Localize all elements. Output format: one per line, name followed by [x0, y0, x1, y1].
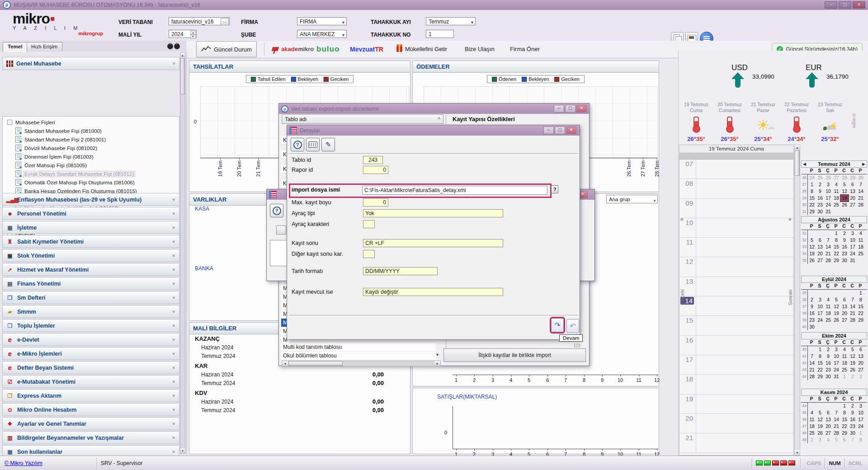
calendar-day[interactable]: 1 [808, 181, 816, 188]
browse-database-button[interactable]: ... [221, 18, 229, 25]
calendar-day[interactable] [849, 290, 857, 296]
calendar-day[interactable]: 7 [824, 237, 832, 244]
tree-item[interactable]: Standart Muhasebe Fişi 2 (081001) [3, 135, 179, 144]
calendar-day[interactable]: 9 [840, 237, 849, 244]
calendar-day[interactable]: 29 [857, 317, 865, 324]
calendar-day[interactable]: 30 [824, 373, 832, 380]
sidebar-item-son-kullan-lanlar[interactable]: ▦Son kullanılanlar» [2, 445, 179, 456]
table-list-item[interactable]: Multi kod tanıtım tablosu [281, 343, 436, 352]
calendar-day[interactable]: 18 [824, 310, 832, 317]
sidebar-item-sm-defteri[interactable]: ❒Sm Defteri» [2, 291, 179, 304]
table-list-header[interactable]: Tablo adı ^ [282, 114, 443, 124]
calendar-day[interactable]: 5 [840, 181, 849, 188]
calendar-day[interactable]: 23 [849, 423, 857, 430]
calendar-day[interactable]: 17 [816, 310, 824, 317]
calendar-day[interactable]: 8 [816, 353, 824, 360]
calendar-day[interactable] [808, 403, 816, 409]
calendar-day[interactable]: 6 [824, 409, 832, 416]
prev-month-icon[interactable]: ◀ [803, 161, 806, 168]
calendar-day[interactable]: 26 [808, 257, 816, 264]
devam-button[interactable]: ↷ [551, 318, 564, 332]
tree-item[interactable]: Evrak Detaylı Standart Muhasebe Fişi (08… [3, 169, 179, 178]
next-day-chevron-icon[interactable]: » [788, 216, 792, 222]
scrollbar-thumb[interactable] [795, 150, 800, 176]
calendar-day[interactable]: 2 [849, 403, 857, 409]
calendar-day[interactable] [849, 208, 857, 215]
calendar-day[interactable]: 25 [808, 430, 816, 437]
calendar-day[interactable]: 11 [840, 353, 849, 360]
calendar-day[interactable]: 30 [857, 174, 865, 181]
calendar-day[interactable]: 28 [849, 317, 857, 324]
sidebar-scrollbar[interactable]: ▲ ▼ [180, 52, 185, 454]
mukellefini-getir-button[interactable]: Mükellefini Getir [396, 41, 447, 57]
calendar-day[interactable]: 21 [832, 423, 840, 430]
calendar-day[interactable]: 21 [808, 367, 816, 373]
hidden-button[interactable] [276, 226, 286, 235]
hour-row[interactable]: 10 [679, 218, 793, 238]
calendar-day[interactable]: 24 [816, 317, 824, 324]
hour-row[interactable]: 11 [679, 238, 793, 257]
calendar-day[interactable]: 11 [857, 237, 865, 244]
maximize-icon[interactable]: ▢ [839, 1, 851, 9]
tab-hızlı-erişim[interactable]: Hızlı Erişim [26, 42, 62, 51]
calendar-day[interactable]: 23 [808, 317, 816, 324]
calendar-day[interactable] [840, 290, 849, 296]
calendar-day[interactable]: 14 [832, 416, 840, 423]
calendar-day[interactable] [808, 290, 816, 296]
calendar-day[interactable]: 3 [857, 403, 865, 409]
calendar-day[interactable]: 1 [840, 373, 849, 380]
calendar-day[interactable]: 18 [840, 360, 849, 367]
calendar-day[interactable]: 20 [857, 360, 865, 367]
calendar-day[interactable] [832, 403, 840, 409]
field-input-tarih-format-[interactable]: DD/MM/YYYY [363, 267, 438, 275]
maximize-icon[interactable]: ▢ [565, 105, 576, 113]
calendar-day[interactable]: 13 [840, 303, 849, 310]
calendar-day[interactable]: 12 [816, 416, 824, 423]
calendar-day[interactable]: 12 [840, 188, 849, 195]
calendar-day[interactable]: 11 [824, 303, 832, 310]
calendar-day[interactable]: 1 [840, 403, 849, 409]
sidebar-item-enflasyon-muhasebesi-ias-29-ve-spk-uyumlu-[interactable]: ▂▄▆Enflasyon Muhasebesi (Ias-29 ve Spk U… [2, 193, 179, 206]
tahakkuk-no-input[interactable]: 1 [426, 30, 454, 38]
calendar-day[interactable] [824, 324, 832, 330]
calendar-day[interactable]: 6 [857, 346, 865, 353]
calendar-day[interactable]: 22 [816, 367, 824, 373]
tree-item[interactable]: Standart Muhasebe Fişi (081000) [3, 127, 179, 135]
calendar-day[interactable]: 26 [849, 367, 857, 373]
bize-ulasin-button[interactable]: Bize Ulaşın [465, 41, 495, 57]
calendar-day[interactable]: 27 [857, 367, 865, 373]
calendar-day[interactable]: 24 [808, 174, 816, 181]
calendar-day[interactable]: 31 [849, 257, 857, 264]
search-binoculars-icon[interactable] [167, 42, 183, 52]
calendar-day[interactable]: 6 [840, 296, 849, 303]
firma-select[interactable]: FIRMA▼ [297, 17, 347, 25]
calendar-day[interactable]: 17 [857, 416, 865, 423]
keyboard-button[interactable] [306, 138, 320, 151]
calendar-day[interactable]: 9 [816, 188, 824, 195]
calendar-day[interactable]: 23 [840, 250, 849, 257]
calendar-day[interactable]: 10 [857, 409, 865, 416]
field-input-ayra-karakteri[interactable] [363, 220, 375, 228]
calendar-day[interactable]: 3 [816, 437, 824, 443]
calendar-day[interactable]: 21 [824, 250, 832, 257]
calendar-day[interactable]: 1 [816, 346, 824, 353]
calendar-day[interactable]: 24 [824, 202, 832, 208]
sidebar-item-defter-beyan-sistemi[interactable]: eDefter Beyan Sistemi» [2, 361, 179, 374]
calendar-day[interactable]: 20 [816, 250, 824, 257]
sidebar-item-mikro-online-hesab-m[interactable]: ⊙Mikro Online Hesabım» [2, 403, 179, 416]
calendar-day[interactable]: 2 [808, 437, 816, 443]
calendar-day[interactable]: 14 [824, 244, 832, 250]
calendar-day[interactable]: 9 [849, 409, 857, 416]
calendar-day[interactable]: 1 [857, 290, 865, 296]
field-input-max-kay-t-boyu[interactable]: 0 [363, 198, 388, 207]
calendar-day[interactable]: 18 [808, 423, 816, 430]
calendar-day[interactable]: 22 [832, 250, 840, 257]
calendar-day[interactable]: 7 [849, 296, 857, 303]
calendar-day[interactable]: 10 [832, 353, 840, 360]
calendar-day[interactable]: 20 [849, 195, 857, 202]
hour-row[interactable]: 09 [679, 199, 793, 218]
calendar-day[interactable]: 6 [849, 181, 857, 188]
calendar-day[interactable]: 19 [840, 195, 849, 202]
calendar-day[interactable]: 4 [808, 409, 816, 416]
dialog-title-bar[interactable]: Detaylar ─ ▢ ✕ [287, 125, 580, 136]
